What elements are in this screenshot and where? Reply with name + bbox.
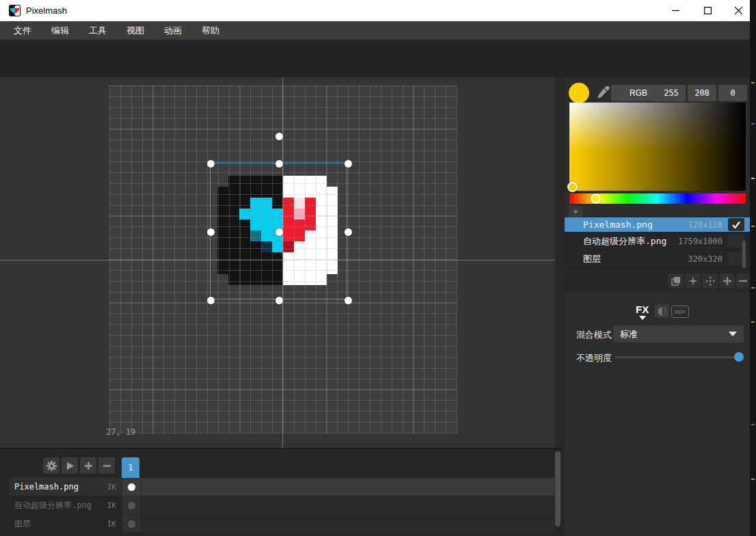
red-value-input[interactable]: 255: [657, 85, 686, 101]
layer-size: 320x320: [688, 254, 723, 264]
toolbar: 32 x 32: [0, 40, 750, 77]
layer-size: 128x128: [688, 220, 723, 230]
mask-tab[interactable]: [654, 304, 669, 318]
selection-rotate-handle[interactable]: [275, 133, 283, 140]
menu-item-2[interactable]: 工具: [85, 25, 111, 37]
keyframe-dot-icon: [128, 502, 135, 509]
blend-mode-dropdown[interactable]: 标准: [613, 325, 744, 343]
layer-row-1[interactable]: 自动超级分辨率.png1759x1000: [565, 232, 750, 250]
window-title: Pixelmash: [26, 5, 67, 16]
menu-item-4[interactable]: 动画: [160, 25, 186, 37]
remove-layer-button[interactable]: [736, 273, 749, 289]
close-icon: [735, 7, 742, 14]
sparkle-icon: [688, 276, 699, 286]
layer-row-2[interactable]: 图层320x320: [565, 250, 750, 268]
fx-tab-label: FX: [636, 304, 649, 315]
green-value-input[interactable]: 208: [688, 85, 716, 101]
hue-slider-handle[interactable]: [591, 193, 601, 204]
selection-handle[interactable]: [207, 228, 215, 236]
timeline-row-1[interactable]: 自动超级分辨率.pngIK: [9, 496, 554, 514]
plus-icon: [84, 461, 93, 470]
timeline-track[interactable]: [141, 496, 554, 514]
selection-handle[interactable]: [345, 297, 352, 304]
selection-handle[interactable]: [275, 160, 283, 168]
timeline-scrollbar[interactable]: [555, 451, 561, 526]
play-button[interactable]: [62, 457, 78, 474]
selection-handle[interactable]: [345, 160, 352, 168]
ik-label: IK: [107, 520, 116, 528]
ik-label: IK: [107, 483, 116, 492]
selection-handle[interactable]: [345, 228, 352, 236]
timeline-track[interactable]: [141, 515, 554, 533]
dotted-plus-icon: [705, 276, 716, 286]
check-icon: [731, 221, 741, 229]
fx-panel: FX REF 混合模式 标准 不透明度 添加效果: [565, 293, 750, 536]
minimize-button[interactable]: [660, 0, 691, 21]
sv-picker-handle[interactable]: [567, 182, 578, 192]
duplicate-icon: [671, 276, 681, 286]
keyframe-dot-icon: [128, 483, 135, 491]
keyframe-dot-icon: [128, 520, 135, 528]
minimize-icon: [672, 7, 679, 14]
selection-box[interactable]: [210, 163, 347, 299]
saturation-value-picker[interactable]: [569, 103, 746, 191]
blend-mode-label: 混合模式: [576, 329, 612, 341]
menu-bar: 文件编辑工具视图动画帮助: [0, 21, 750, 40]
fx-tab[interactable]: FX: [636, 304, 649, 320]
minus-icon: [738, 276, 748, 286]
add-layer-button[interactable]: [719, 273, 735, 289]
background-window-sliver: [750, 0, 756, 536]
keyframe-cell[interactable]: [122, 478, 141, 496]
frame-tab-1[interactable]: 1: [122, 457, 139, 478]
layer-size: 1759x1000: [678, 237, 723, 246]
keyframe-cell[interactable]: [122, 515, 141, 533]
layer-visibility-checkbox[interactable]: [728, 218, 744, 231]
menu-item-5[interactable]: 帮助: [198, 25, 224, 37]
add-frame-button[interactable]: [80, 457, 96, 474]
opacity-slider-track[interactable]: [615, 356, 744, 358]
selection-handle[interactable]: [207, 160, 215, 168]
color-panel: RGB 255 208 0 +: [565, 79, 750, 217]
add-swatch-button[interactable]: +: [569, 206, 582, 217]
selection-handle[interactable]: [275, 297, 283, 304]
selection-handle[interactable]: [207, 297, 215, 304]
animation-settings-button[interactable]: [43, 457, 59, 474]
right-panel: RGB 255 208 0 + Pixelmash.png128x128自动超级…: [565, 77, 750, 536]
timeline-track[interactable]: [141, 478, 554, 496]
merge-layer-button[interactable]: [685, 273, 701, 289]
maximize-icon: [704, 7, 712, 14]
timeline-row-0[interactable]: Pixelmash.pngIK: [9, 478, 554, 496]
layer-name: Pixelmash.png: [583, 219, 688, 230]
maximize-button[interactable]: [692, 0, 723, 21]
opacity-slider-handle[interactable]: [734, 352, 744, 362]
timeline-row-name: 图层: [14, 518, 31, 530]
app-icon: [9, 5, 21, 16]
layer-row-0[interactable]: Pixelmash.png128x128: [565, 217, 750, 232]
dropdown-caret-icon: [729, 332, 737, 336]
ref-tab[interactable]: REF: [671, 306, 689, 318]
menu-item-0[interactable]: 文件: [10, 25, 36, 37]
mask-icon: [657, 306, 667, 317]
canvas-pane[interactable]: 27, 19: [0, 77, 555, 448]
blue-value-input[interactable]: 0: [718, 85, 747, 101]
play-icon: [66, 461, 75, 470]
opacity-label: 不透明度: [576, 352, 612, 364]
menu-item-1[interactable]: 编辑: [47, 25, 73, 37]
new-group-button[interactable]: [702, 273, 718, 289]
keyframe-cell[interactable]: [122, 496, 141, 514]
timeline-row-name: 自动超级分辨率.png: [14, 500, 92, 511]
layer-list-scrollbar[interactable]: [742, 241, 746, 268]
remove-frame-button[interactable]: [98, 457, 115, 474]
ik-label: IK: [107, 501, 116, 510]
timeline-row-2[interactable]: 图层IK: [9, 515, 554, 533]
eyedropper-icon[interactable]: [595, 84, 611, 100]
duplicate-layer-button[interactable]: [668, 273, 684, 289]
current-color-swatch[interactable]: [569, 83, 589, 103]
app-window: Pixelmash 文件编辑工具视图动画帮助: [0, 0, 756, 536]
blend-mode-value: 标准: [620, 328, 638, 340]
layer-name: 自动超级分辨率.png: [583, 235, 678, 247]
minus-icon: [103, 461, 111, 470]
menu-item-3[interactable]: 视图: [122, 25, 148, 37]
selection-center-handle[interactable]: [275, 228, 283, 236]
timeline-row-name: Pixelmash.png: [14, 482, 79, 492]
